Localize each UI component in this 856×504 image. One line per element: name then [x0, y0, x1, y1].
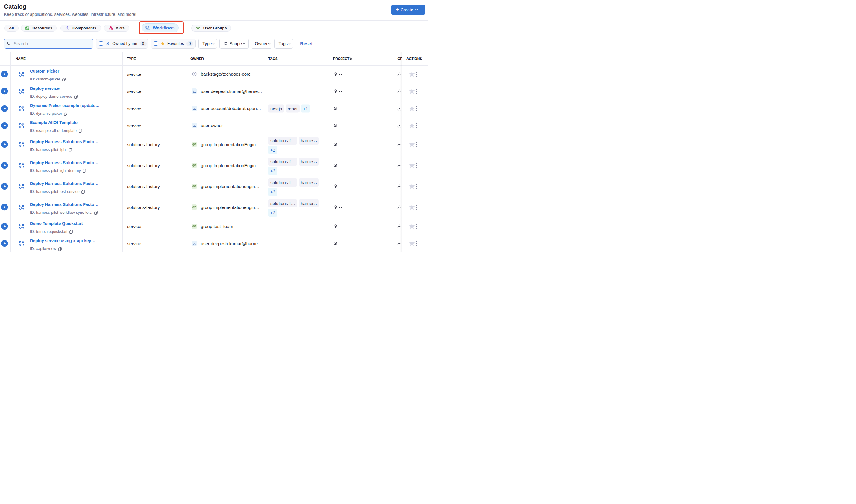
svg-text:?: ? [194, 73, 195, 76]
